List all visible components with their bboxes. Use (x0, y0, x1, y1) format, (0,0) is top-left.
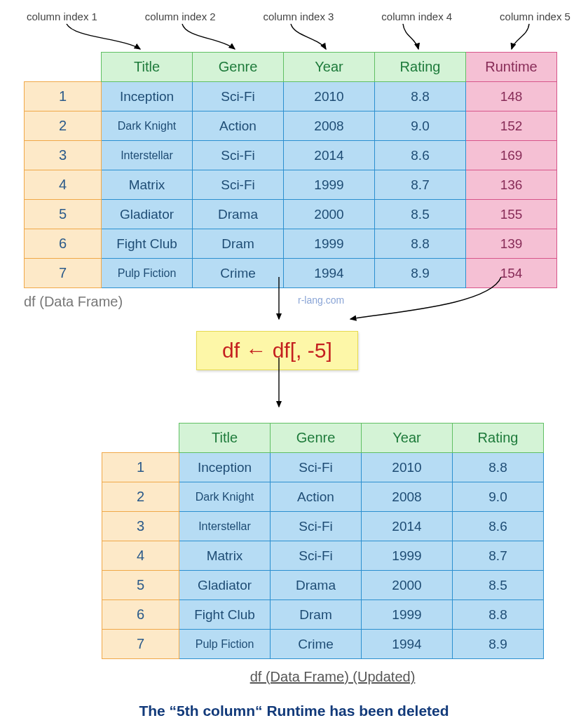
row-index: 5 (102, 571, 179, 600)
table-cell: 1999 (284, 229, 375, 259)
table-cell: Inception (179, 453, 271, 482)
table-cell: 9.0 (375, 111, 466, 141)
table-cell: 8.8 (375, 229, 466, 259)
table-cell: 1994 (284, 259, 375, 288)
table-cell: 2014 (362, 512, 453, 541)
table-cell: Dark Knight (102, 111, 193, 141)
table-cell: 2010 (362, 453, 453, 482)
table-cell: Gladiator (102, 200, 193, 229)
table-cell: Action (193, 111, 284, 141)
table-cell: 2000 (362, 571, 453, 600)
row-index: 6 (25, 229, 102, 259)
bottom-note: The “5th column“ Runtime has been delete… (11, 703, 577, 718)
table-cell: 1994 (362, 630, 453, 659)
table-cell: Dram (193, 229, 284, 259)
table-cell: Action (271, 482, 362, 512)
column-index-label: column index 3 (264, 11, 334, 22)
table-cell: 9.0 (453, 482, 544, 512)
table-cell: 8.5 (453, 571, 544, 600)
table-cell: 8.5 (375, 200, 466, 229)
row-index: 3 (102, 512, 179, 541)
table-cell: 152 (466, 111, 557, 141)
table-cell: Sci-Fi (271, 453, 362, 482)
table-cell: 139 (466, 229, 557, 259)
row-index: 4 (25, 170, 102, 200)
column-index-label-row: column index 1 column index 2 column ind… (11, 11, 577, 22)
table-cell: 8.8 (375, 82, 466, 111)
header-arrows-svg (11, 24, 588, 53)
header-arrow-row (11, 24, 577, 52)
table-cell: Sci-Fi (193, 170, 284, 200)
table-cell: 148 (466, 82, 557, 111)
column-header: Genre (271, 424, 362, 453)
table-cell: Drama (271, 571, 362, 600)
column-header: Rating (453, 424, 544, 453)
column-header: Title (102, 53, 193, 82)
table-cell: 8.8 (453, 600, 544, 630)
table-cell: Gladiator (179, 571, 271, 600)
table-cell: Dark Knight (179, 482, 271, 512)
table-cell: Fight Club (102, 229, 193, 259)
watermark: r-lang.com (298, 294, 344, 306)
table-cell: Inception (102, 82, 193, 111)
column-header: Genre (193, 53, 284, 82)
row-index: 1 (25, 82, 102, 111)
table-cell: 8.7 (375, 170, 466, 200)
table-cell: Pulp Fiction (179, 630, 271, 659)
column-header: Year (362, 424, 453, 453)
row-index: 1 (102, 453, 179, 482)
column-index-label: column index 2 (145, 11, 216, 22)
table-cell: Dram (271, 600, 362, 630)
table-cell: 8.7 (453, 541, 544, 571)
table-cell: Pulp Fiction (102, 259, 193, 288)
column-index-label: column index 4 (381, 11, 452, 22)
table-cell: Sci-Fi (193, 141, 284, 170)
code-row: df ← df[, -5] (11, 310, 577, 370)
table-cell: 1999 (362, 600, 453, 630)
column-index-label: column index 5 (500, 11, 570, 22)
row-index: 5 (25, 200, 102, 229)
table2-container: TitleGenreYearRating1InceptionSci-Fi2010… (102, 423, 577, 659)
dataframe-table-after: TitleGenreYearRating1InceptionSci-Fi2010… (102, 423, 544, 659)
dataframe-table-before: TitleGenreYearRatingRuntime1InceptionSci… (24, 52, 557, 288)
row-index: 2 (25, 111, 102, 141)
table1-container: TitleGenreYearRatingRuntime1InceptionSci… (24, 52, 577, 288)
table-cell: 8.9 (375, 259, 466, 288)
column-index-label: column index 1 (27, 11, 97, 22)
table-cell: Matrix (179, 541, 271, 571)
row-index: 3 (25, 141, 102, 170)
table-cell: 136 (466, 170, 557, 200)
table-cell: 1999 (284, 170, 375, 200)
table-cell: 8.9 (453, 630, 544, 659)
table-cell: 2008 (362, 482, 453, 512)
table-cell: 2010 (284, 82, 375, 111)
table-cell: 169 (466, 141, 557, 170)
table-cell: Interstellar (179, 512, 271, 541)
table-cell: Sci-Fi (193, 82, 284, 111)
row-index: 7 (102, 630, 179, 659)
table-cell: Interstellar (102, 141, 193, 170)
table-cell: Sci-Fi (271, 541, 362, 571)
column-header: Title (179, 424, 271, 453)
table-cell: 8.6 (375, 141, 466, 170)
table-cell: Crime (271, 630, 362, 659)
table-cell: Matrix (102, 170, 193, 200)
row-index: 6 (102, 600, 179, 630)
row-index: 2 (102, 482, 179, 512)
table-cell: 8.6 (453, 512, 544, 541)
column-header: Year (284, 53, 375, 82)
table-cell: 1999 (362, 541, 453, 571)
table-cell: Sci-Fi (271, 512, 362, 541)
table-cell: 2000 (284, 200, 375, 229)
table2-caption: df (Data Frame) (Updated) (11, 669, 577, 685)
row-index: 7 (25, 259, 102, 288)
table-cell: 154 (466, 259, 557, 288)
table-cell: 155 (466, 200, 557, 229)
table-cell: Fight Club (179, 600, 271, 630)
table-cell: 2014 (284, 141, 375, 170)
column-header: Rating (375, 53, 466, 82)
table-cell: 8.8 (453, 453, 544, 482)
row-index: 4 (102, 541, 179, 571)
column-header: Runtime (466, 53, 557, 82)
table-cell: 2008 (284, 111, 375, 141)
